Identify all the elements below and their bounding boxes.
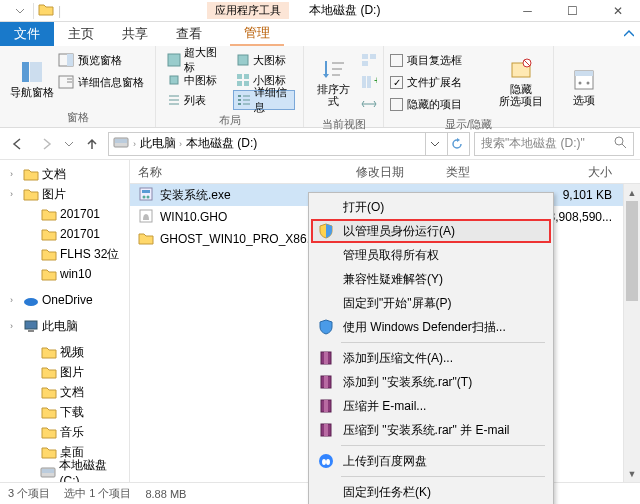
context-menu-item[interactable]: 添加到压缩文件(A)... [311,346,551,370]
nav-tree[interactable]: ›文档›图片201701201701FLHS 32位win10›OneDrive… [0,160,130,482]
context-menu-item[interactable]: 压缩并 E-mail... [311,394,551,418]
shield-blue-icon [317,318,335,336]
tree-item[interactable]: ›此电脑 [2,316,127,336]
folder-icon [41,405,57,419]
options-button[interactable]: 选项 [560,48,608,125]
ribbon-tabs: 文件 主页 共享 查看 管理 [0,22,640,46]
tree-item[interactable]: FLHS 32位 [2,244,127,264]
pc-icon [23,319,39,333]
svg-rect-28 [370,54,376,59]
hidden-items-toggle[interactable]: 隐藏的项目 [390,94,495,114]
svg-rect-12 [237,81,242,86]
up-button[interactable] [80,132,104,156]
tree-item[interactable]: 201701 [2,224,127,244]
blank-icon [317,270,335,288]
preview-pane-button[interactable]: 预览窗格 [58,50,144,70]
column-headers: 名称 修改日期 类型 大小 [130,160,640,184]
groupby-icon[interactable] [361,50,377,70]
svg-point-42 [615,137,623,145]
folder-icon [38,2,54,19]
context-menu-item[interactable]: 固定到"开始"屏幕(P) [311,291,551,315]
tree-item[interactable]: 图片 [2,362,127,382]
exe-icon [138,186,154,205]
path-box[interactable]: › 此电脑› 本地磁盘 (D:) [108,132,470,156]
context-menu-item[interactable]: 固定到任务栏(K) [311,480,551,504]
tab-file[interactable]: 文件 [0,22,54,46]
qat-dropdown[interactable] [6,3,34,19]
minimize-button[interactable]: ─ [505,0,550,22]
layout-details[interactable]: 详细信息 [233,90,296,110]
svg-point-38 [579,81,582,84]
hide-selected-button[interactable]: 隐藏 所选项目 [495,48,547,116]
tab-view[interactable]: 查看 [162,22,216,46]
addcol-icon[interactable]: + [361,72,377,92]
tree-item[interactable]: ›OneDrive [2,290,127,310]
ribbon-collapse-button[interactable] [618,22,640,46]
col-date[interactable]: 修改日期 [348,160,438,183]
forward-button[interactable] [34,132,58,156]
layout-large[interactable]: 大图标 [233,50,296,70]
context-menu-item[interactable]: 管理员取得所有权 [311,243,551,267]
disk-icon [40,465,56,479]
layout-list[interactable]: 列表 [164,90,227,110]
tree-item[interactable]: 音乐 [2,422,127,442]
currentview-group-label: 当前视图 [310,116,377,132]
col-size[interactable]: 大小 [528,160,640,183]
svg-rect-7 [168,54,180,66]
col-name[interactable]: 名称 [130,160,348,183]
qat-separator: | [58,4,61,18]
context-menu-item[interactable]: 上传到百度网盘 [311,449,551,473]
layout-medium[interactable]: 中图标 [164,70,227,90]
svg-point-52 [147,195,150,198]
crumb-this-pc[interactable]: 此电脑› [140,135,182,152]
sizecols-icon[interactable] [361,94,377,114]
close-button[interactable]: ✕ [595,0,640,22]
tree-item[interactable]: 201701 [2,204,127,224]
tab-home[interactable]: 主页 [54,22,108,46]
context-menu-item[interactable]: 兼容性疑难解答(Y) [311,267,551,291]
search-box[interactable]: 搜索"本地磁盘 (D:)" [474,132,634,156]
svg-point-39 [587,81,590,84]
file-ext-toggle[interactable]: ✓文件扩展名 [390,72,495,92]
svg-rect-50 [142,190,150,193]
tree-item[interactable]: ›文档 [2,164,127,184]
svg-rect-37 [575,71,593,76]
ribbon-body: 导航窗格 预览窗格 详细信息窗格 窗格 超大图标 大图标 中图标 小图标 列表 … [0,46,640,128]
context-menu-item[interactable]: 使用 Windows Defender扫描... [311,315,551,339]
context-menu-item[interactable]: 压缩到 "安装系统.rar" 并 E-mail [311,418,551,442]
context-menu-item[interactable]: 添加到 "安装系统.rar"(T) [311,370,551,394]
sort-button[interactable]: 排序方式 [310,48,357,116]
tree-item[interactable]: ›图片 [2,184,127,204]
item-checkboxes-toggle[interactable]: 项目复选框 [390,50,495,70]
col-type[interactable]: 类型 [438,160,528,183]
recent-button[interactable] [62,132,76,156]
tree-item[interactable]: 本地磁盘 (C:) [2,462,127,482]
back-button[interactable] [6,132,30,156]
layout-xlarge[interactable]: 超大图标 [164,50,227,70]
blank-icon [317,294,335,312]
svg-rect-45 [25,321,37,329]
maximize-button[interactable]: ☐ [550,0,595,22]
crumb-root[interactable]: › [133,139,136,149]
context-menu-item[interactable]: 以管理员身份运行(A) [311,219,551,243]
status-size: 8.88 MB [145,488,186,500]
refresh-button[interactable] [447,133,465,155]
disk-icon [113,135,129,152]
tab-manage[interactable]: 管理 [230,22,284,46]
tree-item[interactable]: 文档 [2,382,127,402]
address-bar: › 此电脑› 本地磁盘 (D:) 搜索"本地磁盘 (D:)" [0,128,640,160]
svg-rect-57 [324,376,328,388]
title-bar: | 应用程序工具 本地磁盘 (D:) ─ ☐ ✕ [0,0,640,22]
tree-item[interactable]: win10 [2,264,127,284]
scrollbar-thumb[interactable] [626,201,638,301]
details-pane-button[interactable]: 详细信息窗格 [58,72,144,92]
tree-item[interactable]: 下载 [2,402,127,422]
crumb-volume[interactable]: 本地磁盘 (D:) [186,135,257,152]
tab-share[interactable]: 共享 [108,22,162,46]
context-menu-item[interactable]: 打开(O) [311,195,551,219]
svg-rect-55 [324,352,328,364]
nav-pane-button[interactable]: 导航窗格 [6,48,58,109]
tree-item[interactable]: 视频 [2,342,127,362]
path-dropdown[interactable] [425,133,443,155]
vertical-scrollbar[interactable]: ▲ ▼ [623,184,640,482]
